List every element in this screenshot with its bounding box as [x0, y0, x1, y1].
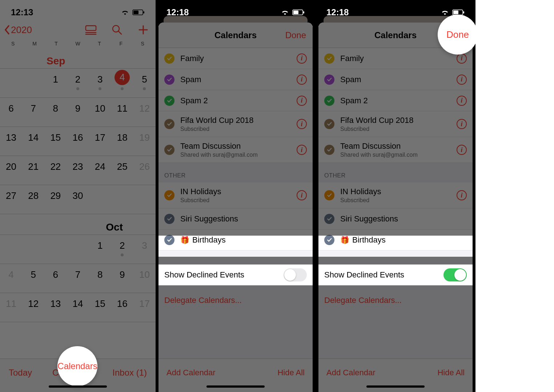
calendar-day-cell[interactable]: 29	[44, 185, 67, 201]
info-icon[interactable]: i	[297, 53, 307, 64]
calendar-day-cell[interactable]: 3	[89, 69, 111, 90]
calendar-day-cell[interactable]: 7	[22, 98, 44, 114]
calendar-day-cell[interactable]: 11	[111, 98, 133, 114]
info-icon[interactable]: i	[457, 75, 467, 85]
calendar-day-cell[interactable]: 7	[67, 264, 89, 280]
calendar-day-cell[interactable]: 19	[133, 127, 156, 143]
calendar-row[interactable]: Team DiscussionShared with suraj@gmail.c…	[158, 137, 313, 163]
calendar-check-icon[interactable]	[164, 190, 174, 200]
calendar-row[interactable]: Spam 2i	[318, 90, 473, 111]
info-icon[interactable]: i	[297, 96, 307, 106]
calendar-day-cell[interactable]: 15	[89, 293, 111, 309]
info-icon[interactable]: i	[457, 53, 467, 64]
calendar-day-cell[interactable]: 6	[0, 98, 22, 114]
show-declined-toggle[interactable]	[443, 268, 467, 281]
calendar-row[interactable]: Spam 2i	[158, 90, 313, 111]
calendar-day-cell[interactable]: 30	[67, 185, 89, 201]
info-icon[interactable]: i	[297, 75, 307, 85]
show-declined-toggle[interactable]	[284, 268, 307, 281]
info-icon[interactable]: i	[297, 190, 307, 200]
calendar-day-cell[interactable]: 8	[89, 264, 111, 280]
calendar-row[interactable]: IN HolidaysSubscribedi	[158, 183, 313, 208]
calendar-check-icon[interactable]	[324, 96, 334, 106]
calendar-check-icon[interactable]	[324, 190, 334, 200]
list-view-icon[interactable]	[85, 24, 97, 36]
calendar-check-icon[interactable]	[324, 145, 334, 155]
calendar-check-icon[interactable]	[164, 119, 174, 129]
calendar-day-cell[interactable]: 13	[0, 127, 22, 143]
calendar-row[interactable]: Familyi	[158, 48, 313, 69]
done-button[interactable]: Done	[285, 30, 306, 40]
info-icon[interactable]: i	[457, 190, 467, 200]
calendar-day-cell[interactable]: 28	[22, 185, 44, 201]
calendar-check-icon[interactable]	[324, 75, 334, 85]
done-button-highlight-label[interactable]: Done	[446, 29, 469, 40]
search-icon[interactable]	[111, 24, 123, 36]
calendar-day-cell[interactable]: 10	[133, 264, 156, 280]
calendar-day-cell[interactable]: 14	[67, 293, 89, 309]
calendar-day-cell[interactable]: 1	[89, 235, 111, 251]
calendar-day-cell[interactable]: 20	[0, 156, 22, 172]
delegate-calendars-button[interactable]: Delegate Calendars...	[318, 285, 473, 315]
calendar-row[interactable]: Spami	[158, 69, 313, 90]
calendar-row[interactable]: Siri Suggestions	[158, 208, 313, 229]
calendar-day-cell[interactable]: 1	[44, 69, 67, 85]
calendar-day-cell[interactable]: 2	[111, 235, 133, 256]
calendar-check-icon[interactable]	[164, 235, 174, 245]
calendar-day-cell[interactable]: 11	[0, 293, 22, 309]
hide-all-button[interactable]: Hide All	[277, 368, 305, 377]
calendar-day-cell[interactable]: 6	[44, 264, 67, 280]
info-icon[interactable]: i	[457, 96, 467, 106]
today-button[interactable]: Today	[9, 368, 32, 378]
calendar-day-cell[interactable]: 17	[89, 127, 111, 143]
calendar-day-cell[interactable]: 18	[111, 127, 133, 143]
info-icon[interactable]: i	[457, 145, 467, 155]
calendar-day-cell[interactable]: 4	[111, 69, 133, 90]
back-button[interactable]: 2020	[4, 24, 32, 36]
calendar-day-cell[interactable]: 13	[44, 293, 67, 309]
delegate-calendars-button[interactable]: Delegate Calendars...	[158, 285, 313, 315]
calendar-day-cell[interactable]: 9	[67, 98, 89, 114]
info-icon[interactable]: i	[297, 145, 307, 155]
calendar-day-cell[interactable]: 5	[133, 69, 156, 90]
calendar-day-cell[interactable]: 21	[22, 156, 44, 172]
calendar-day-cell[interactable]: 4	[0, 264, 22, 280]
calendar-check-icon[interactable]	[164, 75, 174, 85]
home-indicator[interactable]	[366, 385, 425, 388]
calendar-check-icon[interactable]	[164, 53, 174, 64]
info-icon[interactable]: i	[297, 119, 307, 129]
calendar-day-cell[interactable]: 5	[22, 264, 44, 280]
calendar-day-cell[interactable]: 15	[44, 127, 67, 143]
calendar-day-cell[interactable]: 25	[111, 156, 133, 172]
calendar-check-icon[interactable]	[324, 53, 334, 64]
home-indicator[interactable]	[49, 385, 107, 388]
calendar-day-cell[interactable]: 3	[133, 235, 156, 251]
calendar-row[interactable]: 🎁Birthdays	[318, 229, 473, 251]
calendar-day-cell[interactable]: 9	[111, 264, 133, 280]
calendar-day-cell[interactable]: 16	[111, 293, 133, 309]
calendar-day-cell[interactable]: 16	[67, 127, 89, 143]
calendar-day-cell[interactable]: 2	[67, 69, 89, 90]
home-indicator[interactable]	[206, 385, 265, 388]
calendar-row[interactable]: IN HolidaysSubscribedi	[318, 183, 473, 208]
calendar-day-cell[interactable]: 12	[22, 293, 44, 309]
calendar-row[interactable]: Fifa World Cup 2018Subscribedi	[318, 111, 473, 137]
add-icon[interactable]	[137, 24, 149, 36]
calendar-day-cell[interactable]: 17	[133, 293, 156, 309]
hide-all-button[interactable]: Hide All	[437, 368, 465, 377]
calendar-row[interactable]: Spami	[318, 69, 473, 90]
calendar-day-cell[interactable]: 10	[89, 98, 111, 114]
calendar-day-cell[interactable]: 8	[44, 98, 67, 114]
calendar-check-icon[interactable]	[324, 214, 334, 224]
calendar-row[interactable]: Siri Suggestions	[318, 208, 473, 229]
calendar-row[interactable]: 🎁Birthdays	[158, 229, 313, 251]
calendar-day-cell[interactable]: 26	[133, 156, 156, 172]
info-icon[interactable]: i	[457, 119, 467, 129]
add-calendar-button[interactable]: Add Calendar	[166, 368, 216, 377]
calendar-check-icon[interactable]	[324, 235, 334, 245]
calendars-button-highlight-label[interactable]: Calendars	[57, 361, 97, 371]
calendar-day-cell[interactable]: 24	[89, 156, 111, 172]
calendar-day-cell[interactable]: 12	[133, 98, 156, 114]
calendar-check-icon[interactable]	[164, 96, 174, 106]
calendar-check-icon[interactable]	[324, 119, 334, 129]
